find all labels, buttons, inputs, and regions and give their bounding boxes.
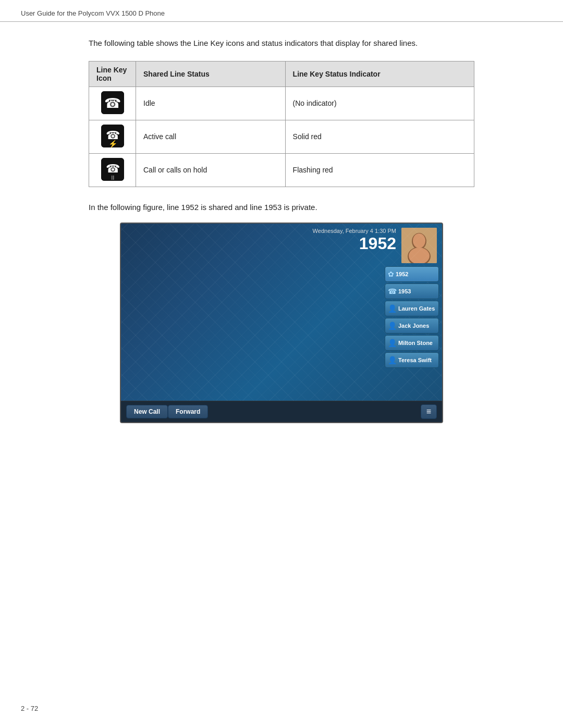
status-cell-1: Idle [136,87,286,120]
new-call-button[interactable]: New Call [126,405,168,418]
svg-text:☎: ☎ [104,95,121,111]
status-cell-3: Call or calls on hold [136,153,286,187]
status-cell-2: Active call [136,120,286,153]
menu-button[interactable]: ≡ [421,404,437,419]
line-key-icon-hold: ☎ ⏸ [101,158,124,181]
line-key-label-milton: Milton Stone [398,340,433,346]
intro-paragraph: The following table shows the Line Key i… [89,38,474,50]
line-key-lauren-gates[interactable]: 👤 Lauren Gates [385,301,439,316]
phone-number: 1952 [359,235,396,252]
icon-cell-1: ☎ [89,87,136,120]
page-header: User Guide for the Polycom VVX 1500 D Ph… [0,0,563,22]
phone-sidebar: ✿ 1952 ☎ 1953 👤 Lauren Gates [385,263,442,399]
svg-point-11 [413,233,425,248]
indicator-cell-1: (No indicator) [285,87,474,120]
phone-avatar [401,228,437,263]
line-key-1952[interactable]: ✿ 1952 [385,266,439,282]
phone-main-area [121,263,385,399]
line-key-1953[interactable]: ☎ 1953 [385,283,439,299]
forward-button[interactable]: Forward [168,405,208,418]
line-key-label-jack: Jack Jones [398,323,429,329]
phone-date-line: Wednesday, February 4 1:30 PM 1952 [261,228,396,252]
svg-text:☎: ☎ [105,162,119,175]
col-header-status: Shared Line Status [136,61,286,87]
line-key-teresa-swift[interactable]: 👤 Teresa Swift [385,352,439,368]
phone-body: ✿ 1952 ☎ 1953 👤 Lauren Gates [121,263,442,399]
contact-icon-2: 👤 [388,322,397,330]
line-key-table: Line Key Icon Shared Line Status Line Ke… [89,61,474,187]
line-key-label-1952: 1952 [396,271,408,277]
figure-caption: In the following figure, line 1952 is sh… [89,202,474,214]
phone-screen: Wednesday, February 4 1:30 PM 1952 [121,224,442,401]
col-header-icon: Line Key Icon [89,61,136,87]
phone-bottom-bar: New Call Forward ≡ [121,401,442,422]
table-row: ☎ ⏸ Call or calls on hold Flashing red [89,153,474,187]
col-header-indicator: Line Key Status Indicator [285,61,474,87]
indicator-cell-3: Flashing red [285,153,474,187]
icon-cell-3: ☎ ⏸ [89,153,136,187]
shared-line-icon: ✿ [388,270,394,278]
phone-header: Wednesday, February 4 1:30 PM 1952 [121,224,442,263]
svg-text:⏸: ⏸ [109,174,116,181]
contact-icon-3: 👤 [388,339,397,347]
phone-screen-wrapper: Wednesday, February 4 1:30 PM 1952 [120,223,443,423]
contact-icon-4: 👤 [388,356,397,364]
line-key-jack-jones[interactable]: 👤 Jack Jones [385,318,439,334]
table-row: ☎ Idle (No indicator) [89,87,474,120]
icon-cell-2: ☎ ⚡ [89,120,136,153]
page-content: The following table shows the Line Key i… [0,22,563,444]
indicator-cell-2: Solid red [285,120,474,153]
page-footer: 2 - 72 [21,705,38,712]
header-text: User Guide for the Polycom VVX 1500 D Ph… [21,9,165,17]
line-key-milton-stone[interactable]: 👤 Milton Stone [385,335,439,351]
contact-icon-1: 👤 [388,304,397,313]
line-key-icon-active: ☎ ⚡ [101,125,124,147]
line-key-label-lauren: Lauren Gates [398,305,435,312]
line-key-label-1953: 1953 [398,288,411,294]
line-key-label-teresa: Teresa Swift [398,357,432,363]
table-row: ☎ ⚡ Active call Solid red [89,120,474,153]
phone-date: Wednesday, February 4 1:30 PM [313,228,396,234]
page-number: 2 - 72 [21,705,38,712]
svg-text:⚡: ⚡ [108,140,117,147]
line-key-icon-idle: ☎ [101,91,124,114]
private-line-icon: ☎ [388,287,397,295]
